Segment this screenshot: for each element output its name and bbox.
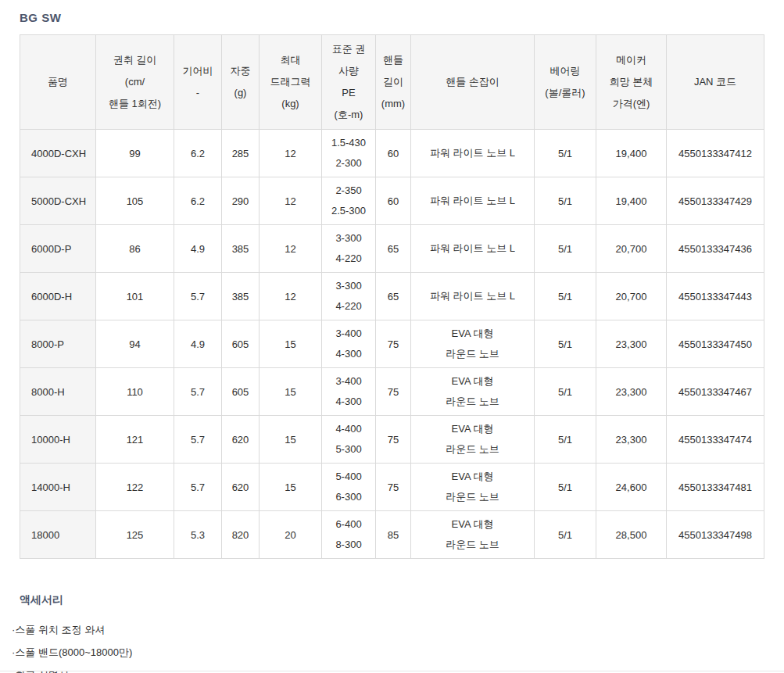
cell-knob: 파워 라이트 노브 L — [411, 225, 535, 273]
cell-line: 5-400 — [324, 467, 374, 487]
table-row: 8000-H1105.7605153-4004-30075EVA 대형라운드 노… — [20, 368, 764, 416]
cell-jan: 4550133347498 — [667, 511, 764, 559]
cell-model: 6000D-H — [20, 273, 96, 320]
cell-pe: 3-4004-300 — [322, 368, 376, 416]
cell-gear: 6.2 — [174, 177, 222, 225]
table-row: 6000D-P864.9385123-3004-22065파워 라이트 노브 L… — [20, 225, 764, 273]
cell-line: 3-400 — [324, 324, 374, 344]
cell-line: 4-400 — [324, 419, 374, 439]
cell-winding: 122 — [96, 464, 174, 511]
cell-line: 라운드 노브 — [413, 344, 532, 364]
cell-winding: 94 — [96, 320, 174, 368]
cell-model: 14000-H — [20, 464, 96, 511]
cell-bearings: 5/1 — [535, 464, 596, 511]
cell-jan: 4550133347474 — [667, 416, 764, 464]
cell-handle_len: 75 — [376, 464, 411, 511]
cell-model: 10000-H — [20, 416, 96, 464]
header-line: 자중 — [224, 60, 257, 82]
cell-bearings: 5/1 — [535, 177, 596, 225]
table-row: 14000-H1225.7620155-4006-30075EVA 대형라운드 … — [20, 464, 764, 511]
accessory-item: ·취급 설명서 — [12, 664, 784, 673]
cell-pe: 6-4008-300 — [322, 511, 376, 559]
cell-model: 6000D-P — [20, 225, 96, 273]
cell-line: 1.5-430 — [324, 133, 374, 153]
cell-price: 20,700 — [596, 225, 667, 273]
cell-price: 23,300 — [596, 320, 667, 368]
cell-price: 19,400 — [596, 177, 667, 225]
column-header-weight: 자중(g) — [222, 35, 260, 130]
cell-knob: 파워 라이트 노브 L — [411, 130, 535, 177]
cell-pe: 2-3502.5-300 — [322, 177, 376, 225]
table-body: 4000D-CXH996.2285121.5-4302-30060파워 라이트 … — [20, 130, 764, 559]
table-header: 품명권취 길이(cm/핸들 1회전)기어비-자중(g)최대드래그력(kg)표준 … — [20, 35, 764, 130]
cell-price: 23,300 — [596, 368, 667, 416]
cell-jan: 4550133347412 — [667, 130, 764, 177]
table-row: 5000D-CXH1056.2290122-3502.5-30060파워 라이트… — [20, 177, 764, 225]
header-line: 품명 — [22, 71, 94, 93]
cell-price: 24,600 — [596, 464, 667, 511]
cell-jan: 4550133347443 — [667, 273, 764, 320]
header-line: 메이커 — [598, 49, 664, 71]
cell-line: 4-220 — [324, 296, 374, 317]
cell-weight: 385 — [222, 273, 260, 320]
cell-knob: 파워 라이트 노브 L — [411, 177, 535, 225]
header-line: 핸들 — [378, 49, 409, 71]
cell-knob: EVA 대형라운드 노브 — [411, 368, 535, 416]
cell-line: EVA 대형 — [413, 371, 532, 392]
cell-weight: 605 — [222, 320, 260, 368]
page-title: BG SW — [20, 11, 784, 24]
cell-price: 19,400 — [596, 130, 667, 177]
cell-winding: 125 — [96, 511, 174, 559]
cell-handle_len: 60 — [376, 130, 411, 177]
cell-knob: EVA 대형라운드 노브 — [411, 511, 535, 559]
cell-gear: 6.2 — [174, 130, 222, 177]
cell-pe: 4-4005-300 — [322, 416, 376, 464]
cell-jan: 4550133347436 — [667, 225, 764, 273]
cell-pe: 3-4004-300 — [322, 320, 376, 368]
cell-bearings: 5/1 — [535, 225, 596, 273]
cell-weight: 820 — [222, 511, 260, 559]
cell-line: 파워 라이트 노브 L — [413, 286, 532, 306]
cell-knob: EVA 대형라운드 노브 — [411, 464, 535, 511]
cell-knob: 파워 라이트 노브 L — [411, 273, 535, 320]
table-row: 8000-P944.9605153-4004-30075EVA 대형라운드 노브… — [20, 320, 764, 368]
accessory-item: ·스풀 위치 조정 와셔 — [12, 618, 784, 641]
cell-model: 8000-H — [20, 368, 96, 416]
cell-knob: EVA 대형라운드 노브 — [411, 416, 535, 464]
cell-handle_len: 60 — [376, 177, 411, 225]
header-line: 베어링 — [536, 60, 594, 82]
header-line: - — [176, 82, 220, 104]
cell-jan: 4550133347481 — [667, 464, 764, 511]
cell-line: EVA 대형 — [413, 324, 532, 344]
cell-price: 23,300 — [596, 416, 667, 464]
header-line: (볼/롤러) — [536, 82, 594, 104]
cell-handle_len: 65 — [376, 225, 411, 273]
header-line: 표준 권 — [324, 38, 374, 60]
table-row: 10000-H1215.7620154-4005-30075EVA 대형라운드 … — [20, 416, 764, 464]
cell-winding: 105 — [96, 177, 174, 225]
column-header-price: 메이커희망 본체가격(엔) — [596, 35, 667, 130]
cell-line: 파워 라이트 노브 L — [413, 191, 532, 211]
cell-price: 20,700 — [596, 273, 667, 320]
cell-gear: 4.9 — [174, 320, 222, 368]
cell-handle_len: 75 — [376, 320, 411, 368]
cell-jan: 4550133347450 — [667, 320, 764, 368]
cell-weight: 290 — [222, 177, 260, 225]
accessories-list: ·스풀 위치 조정 와셔·스풀 밴드(8000~18000만)·취급 설명서 — [12, 618, 784, 673]
cell-pe: 3-3004-220 — [322, 225, 376, 273]
cell-model: 18000 — [20, 511, 96, 559]
cell-drag: 12 — [260, 225, 322, 273]
cell-weight: 605 — [222, 368, 260, 416]
cell-winding: 121 — [96, 416, 174, 464]
cell-bearings: 5/1 — [535, 416, 596, 464]
cell-gear: 5.7 — [174, 464, 222, 511]
cell-line: 파워 라이트 노브 L — [413, 238, 532, 259]
column-header-winding: 권취 길이(cm/핸들 1회전) — [96, 35, 174, 130]
cell-drag: 12 — [260, 273, 322, 320]
cell-winding: 101 — [96, 273, 174, 320]
cell-line: 6-400 — [324, 514, 374, 535]
cell-gear: 4.9 — [174, 225, 222, 273]
cell-line: 라운드 노브 — [413, 487, 532, 507]
cell-line: EVA 대형 — [413, 514, 532, 535]
table-row: 180001255.3820206-4008-30085EVA 대형라운드 노브… — [20, 511, 764, 559]
